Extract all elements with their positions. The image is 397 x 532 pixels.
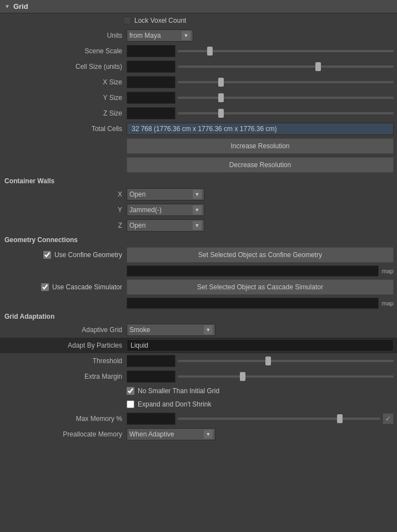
x-size-slider[interactable]: [178, 81, 394, 83]
container-z-dropdown[interactable]: Open ▼: [127, 219, 204, 232]
container-y-label: Y: [3, 206, 127, 214]
adaptive-grid-row: Adaptive Grid Smoke ▼: [0, 322, 397, 338]
max-memory-slider[interactable]: [178, 418, 380, 420]
scene-scale-label: Scene Scale: [3, 47, 127, 55]
extra-margin-row: Extra Margin 10: [0, 369, 397, 384]
adaptive-grid-dropdown[interactable]: Smoke ▼: [127, 324, 215, 336]
cell-size-label: Cell Size (units): [3, 63, 127, 71]
cell-size-row: Cell Size (units) 11.102: [0, 59, 397, 74]
y-size-slider[interactable]: [178, 97, 394, 99]
set-confine-geometry-button[interactable]: Set Selected Object as Confine Geometry: [127, 247, 394, 263]
lock-voxel-row: Lock Voxel Count: [0, 13, 397, 28]
container-walls-header: Container Walls: [0, 174, 397, 187]
scene-scale-row: Scene Scale 5.000: [0, 43, 397, 59]
extra-margin-thumb: [240, 372, 245, 381]
z-size-slider[interactable]: [178, 112, 394, 114]
adaptive-grid-arrow-icon: ▼: [204, 325, 213, 334]
y-size-content: 32: [127, 92, 394, 104]
z-size-row: Z Size 32: [0, 106, 397, 121]
expand-row: Expand and Don't Shrink: [0, 398, 397, 411]
total-cells-row: Total Cells 32 768 (1776.36 cm x 1776.36…: [0, 121, 397, 137]
container-z-value: Open: [129, 222, 190, 229]
panel-title: Grid: [13, 2, 28, 11]
units-row: Units from Maya ▼: [0, 28, 397, 43]
units-content: from Maya ▼: [127, 29, 394, 42]
cascade-simulator-checkbox[interactable]: [41, 283, 49, 291]
increase-resolution-button[interactable]: Increase Resolution: [127, 138, 394, 154]
lock-voxel-checkbox-group: Lock Voxel Count: [123, 17, 186, 24]
confine-geometry-map-input[interactable]: [127, 265, 379, 277]
threshold-input[interactable]: 0.010: [127, 355, 175, 367]
container-x-dropdown[interactable]: Open ▼: [127, 188, 204, 200]
collapse-arrow-icon[interactable]: ▼: [4, 3, 10, 9]
adapt-by-label: Adapt By Particles: [3, 342, 127, 349]
container-z-content: Open ▼: [127, 219, 394, 232]
cascade-simulator-label-area: Use Cascade Simulator: [3, 283, 127, 291]
preallocate-content: When Adaptive ▼: [127, 428, 394, 440]
z-size-thumb: [218, 109, 224, 118]
extra-margin-slider[interactable]: [178, 375, 394, 378]
units-dropdown-arrow-icon: ▼: [182, 31, 190, 40]
preallocate-dropdown[interactable]: When Adaptive ▼: [127, 428, 215, 440]
adapt-by-row: Adapt By Particles Liquid: [0, 338, 397, 353]
cascade-simulator-row: Use Cascade Simulator Set Selected Objec…: [0, 278, 397, 297]
y-size-row: Y Size 32: [0, 90, 397, 106]
adaptive-grid-content: Smoke ▼: [127, 324, 394, 336]
x-size-row: X Size 32: [0, 74, 397, 90]
cascade-simulator-map-input[interactable]: [127, 298, 379, 309]
max-memory-checkmark-icon: ✓: [385, 415, 391, 423]
y-size-input[interactable]: 32: [127, 92, 175, 104]
cell-size-thumb: [315, 62, 321, 71]
lock-voxel-label: Lock Voxel Count: [134, 17, 186, 24]
units-dropdown[interactable]: from Maya ▼: [127, 29, 193, 42]
adaptive-grid-label: Adaptive Grid: [3, 326, 127, 334]
cell-size-input[interactable]: 11.102: [127, 61, 175, 73]
extra-margin-input[interactable]: 10: [127, 370, 175, 383]
x-size-input[interactable]: 32: [127, 76, 175, 88]
z-size-content: 32: [127, 107, 394, 119]
confine-geometry-checkbox[interactable]: [43, 251, 51, 259]
scene-scale-content: 5.000: [127, 45, 394, 57]
confine-geometry-row: Use Confine Geometry Set Selected Object…: [0, 245, 397, 264]
preallocate-value: When Adaptive: [129, 430, 202, 438]
max-memory-label: Max Memory %: [3, 415, 127, 423]
units-dropdown-value: from Maya: [129, 32, 179, 39]
container-z-row: Z Open ▼: [0, 218, 397, 233]
extra-margin-label: Extra Margin: [3, 373, 127, 380]
scene-scale-input[interactable]: 5.000: [127, 45, 175, 57]
container-x-content: Open ▼: [127, 188, 394, 200]
no-smaller-label: No Smaller Than Initial Grid: [138, 387, 219, 395]
adapt-by-content: Liquid: [127, 339, 394, 352]
preallocate-arrow-icon: ▼: [204, 430, 213, 439]
no-smaller-checkbox[interactable]: [127, 387, 134, 395]
lock-voxel-checkbox[interactable]: [123, 17, 131, 24]
decrease-resolution-button[interactable]: Decrease Resolution: [127, 157, 394, 173]
set-cascade-simulator-button[interactable]: Set Selected Object as Cascade Simulator: [127, 279, 394, 295]
threshold-thumb: [265, 357, 271, 365]
cascade-simulator-map-row: map: [0, 297, 397, 310]
geometry-connections-header: Geometry Connections: [0, 233, 397, 245]
container-z-label: Z: [3, 222, 127, 229]
z-size-input[interactable]: 32: [127, 107, 175, 119]
container-x-label: X: [3, 190, 127, 198]
container-y-arrow-icon: ▼: [193, 205, 202, 214]
cell-size-content: 11.102: [127, 61, 394, 73]
max-memory-end-checkbox[interactable]: ✓: [383, 413, 394, 424]
grid-adaptation-header: Grid Adaptation: [0, 310, 397, 322]
confine-geometry-content: Set Selected Object as Confine Geometry: [127, 247, 394, 263]
grid-panel: ▼ Grid Lock Voxel Count Units from Maya …: [0, 0, 397, 442]
confine-map-label: map: [379, 268, 394, 274]
max-memory-input[interactable]: 90: [127, 413, 175, 425]
scene-scale-slider[interactable]: [178, 50, 394, 52]
confine-geometry-label: Use Confine Geometry: [54, 251, 122, 259]
container-y-dropdown[interactable]: Jammed(-) ▼: [127, 204, 204, 216]
expand-checkbox[interactable]: [127, 400, 134, 408]
increase-resolution-row: Increase Resolution: [0, 137, 397, 155]
decrease-resolution-row: Decrease Resolution: [0, 155, 397, 174]
container-x-row: X Open ▼: [0, 187, 397, 202]
threshold-slider[interactable]: [178, 360, 394, 362]
cell-size-slider[interactable]: [178, 66, 394, 68]
x-size-thumb: [218, 78, 224, 87]
preallocate-memory-label: Preallocate Memory: [3, 430, 127, 438]
threshold-label: Threshold: [3, 357, 127, 365]
